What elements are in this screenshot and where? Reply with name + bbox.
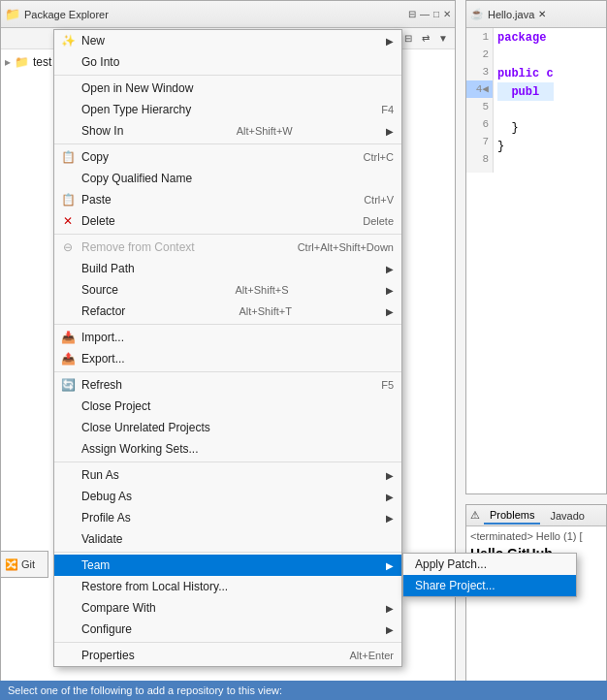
editor-close-icon[interactable]: ✕ — [538, 9, 546, 19]
menu-label-copy-qualified: Copy Qualified Name — [81, 172, 192, 185]
git-panel: 🔀 Git — [0, 551, 48, 578]
editor-panel: ☕ Hello.java ✕ 1 2 3 4◀ 5 6 7 8 package … — [465, 0, 607, 494]
menu-item-refactor[interactable]: Refactor Alt+Shift+T ▶ — [54, 301, 401, 322]
code-line-7: } — [497, 137, 554, 155]
menu-item-copy-qualified[interactable]: Copy Qualified Name — [54, 168, 401, 189]
menu-item-export[interactable]: 📤 Export... — [54, 348, 401, 369]
menu-label-new: New — [81, 34, 105, 48]
menu-item-close-unrelated[interactable]: Close Unrelated Projects — [54, 417, 401, 438]
menu-label-run-as: Run As — [81, 468, 119, 482]
view-menu-icon[interactable]: ▼ — [435, 31, 451, 47]
status-bar: Select one of the following to add a rep… — [0, 681, 607, 700]
menu-item-paste[interactable]: 📋 Paste Ctrl+V — [54, 189, 401, 210]
profile-as-arrow-icon: ▶ — [386, 513, 394, 524]
menu-item-build-path[interactable]: Build Path ▶ — [54, 258, 401, 279]
shortcut-alt-enter: Alt+Enter — [330, 650, 394, 661]
menu-label-compare-with: Compare With — [81, 601, 156, 615]
import-icon: 📥 — [60, 330, 76, 345]
menu-label-delete: Delete — [81, 214, 115, 228]
menu-label-profile-as: Profile As — [81, 511, 131, 525]
menu-item-team[interactable]: Team ▶ — [54, 555, 401, 576]
status-bar-text: Select one of the following to add a rep… — [8, 684, 282, 696]
shortcut-remove-context: Ctrl+Alt+Shift+Down — [278, 241, 394, 253]
separator-6 — [54, 461, 401, 462]
menu-item-open-type-hierarchy[interactable]: Open Type Hierarchy F4 — [54, 99, 401, 120]
shortcut-ctrl-c: Ctrl+C — [344, 151, 394, 163]
terminated-text: <terminated> Hello (1) [ — [470, 530, 602, 542]
menu-item-validate[interactable]: Validate — [54, 528, 401, 550]
package-explorer-maximize-icon[interactable]: □ — [433, 9, 439, 19]
menu-item-show-in[interactable]: Show In Alt+Shift+W ▶ — [54, 120, 401, 142]
menu-label-close-project: Close Project — [81, 399, 150, 413]
shortcut-alt-shift-s: Alt+Shift+S — [215, 284, 288, 296]
shortcut-alt-shift-t: Alt+Shift+T — [219, 305, 291, 317]
menu-label-team: Team — [81, 558, 110, 572]
menu-label-open-new-window: Open in New Window — [81, 81, 193, 95]
line-num-8: 8 — [466, 150, 493, 168]
separator-2 — [54, 143, 401, 144]
line-num-2: 2 — [466, 46, 493, 63]
separator-4 — [54, 324, 401, 325]
context-menu: ✨ New ▶ Go Into Open in New Window Open … — [53, 29, 402, 667]
menu-item-close-project[interactable]: Close Project — [54, 396, 401, 417]
editor-title: Hello.java — [488, 9, 534, 20]
menu-label-properties: Properties — [81, 649, 135, 662]
menu-item-debug-as[interactable]: Debug As ▶ — [54, 486, 401, 507]
menu-item-import[interactable]: 📥 Import... — [54, 327, 401, 348]
code-line-3: public c — [497, 64, 554, 82]
tab-javadoc[interactable]: Javado — [544, 508, 590, 524]
menu-label-refresh: Refresh — [81, 378, 122, 392]
menu-item-profile-as[interactable]: Profile As ▶ — [54, 507, 401, 528]
shortcut-ctrl-v: Ctrl+V — [344, 194, 394, 206]
menu-item-compare-with[interactable]: Compare With ▶ — [54, 597, 401, 619]
package-explorer-titlebar: 📁 Package Explorer ⊟ — □ ✕ — [1, 1, 455, 28]
menu-item-configure[interactable]: Configure ▶ — [54, 619, 401, 640]
code-lines: package public c publ } } — [494, 28, 554, 173]
separator-3 — [54, 234, 401, 235]
submenu-item-apply-patch[interactable]: Apply Patch... — [403, 554, 576, 575]
menu-label-export: Export... — [81, 352, 125, 366]
team-arrow-icon: ▶ — [386, 560, 394, 571]
menu-label-paste: Paste — [81, 193, 112, 207]
link-with-editor-icon[interactable]: ⇄ — [418, 31, 433, 47]
code-line-8 — [497, 155, 554, 173]
remove-context-icon: ⊖ — [60, 239, 76, 255]
menu-item-restore-history[interactable]: Restore from Local History... — [54, 576, 401, 597]
menu-item-delete[interactable]: ✕ Delete Delete — [54, 210, 401, 232]
package-explorer-menu-icon: ⊟ — [408, 9, 416, 19]
submenu-item-share-project[interactable]: Share Project... — [403, 575, 576, 596]
show-in-arrow-icon: ▶ — [386, 126, 394, 137]
refresh-icon: 🔄 — [60, 377, 76, 393]
build-path-arrow-icon: ▶ — [386, 264, 394, 274]
menu-label-restore-history: Restore from Local History... — [81, 580, 228, 593]
menu-label-open-type-hierarchy: Open Type Hierarchy — [81, 103, 191, 116]
menu-item-assign-working-sets[interactable]: Assign Working Sets... — [54, 438, 401, 460]
menu-item-run-as[interactable]: Run As ▶ — [54, 464, 401, 486]
package-explorer-close-icon[interactable]: ✕ — [443, 9, 451, 19]
menu-item-open-new-window[interactable]: Open in New Window — [54, 78, 401, 99]
package-explorer-minimize-icon[interactable]: — — [420, 9, 430, 19]
menu-label-configure: Configure — [81, 622, 132, 636]
separator-8 — [54, 642, 401, 643]
menu-label-assign-working-sets: Assign Working Sets... — [81, 442, 199, 456]
menu-label-debug-as: Debug As — [81, 490, 132, 503]
menu-label-show-in: Show In — [81, 124, 123, 138]
collapse-all-icon[interactable]: ⊟ — [400, 31, 416, 47]
menu-item-source[interactable]: Source Alt+Shift+S ▶ — [54, 279, 401, 301]
menu-item-copy[interactable]: 📋 Copy Ctrl+C — [54, 146, 401, 168]
shortcut-f5: F5 — [362, 379, 394, 391]
console-titlebar: ⚠ Problems Javado — [466, 505, 606, 526]
tab-problems[interactable]: Problems — [484, 507, 540, 525]
menu-item-go-into[interactable]: Go Into — [54, 51, 401, 73]
compare-arrow-icon: ▶ — [386, 603, 394, 614]
package-explorer-icon: 📁 — [5, 7, 20, 21]
menu-item-refresh[interactable]: 🔄 Refresh F5 — [54, 374, 401, 396]
code-line-5 — [497, 101, 554, 118]
menu-item-new[interactable]: ✨ New ▶ — [54, 30, 401, 51]
menu-label-build-path: Build Path — [81, 262, 135, 275]
menu-item-properties[interactable]: Properties Alt+Enter — [54, 645, 401, 666]
shortcut-alt-shift-w: Alt+Shift+W — [217, 125, 293, 137]
menu-item-remove-context[interactable]: ⊖ Remove from Context Ctrl+Alt+Shift+Dow… — [54, 237, 401, 258]
copy-icon: 📋 — [60, 149, 76, 165]
ide-container: 📁 Package Explorer ⊟ — □ ✕ ⊟ ⇄ ▼ ▸ 📁 tes… — [0, 0, 607, 700]
